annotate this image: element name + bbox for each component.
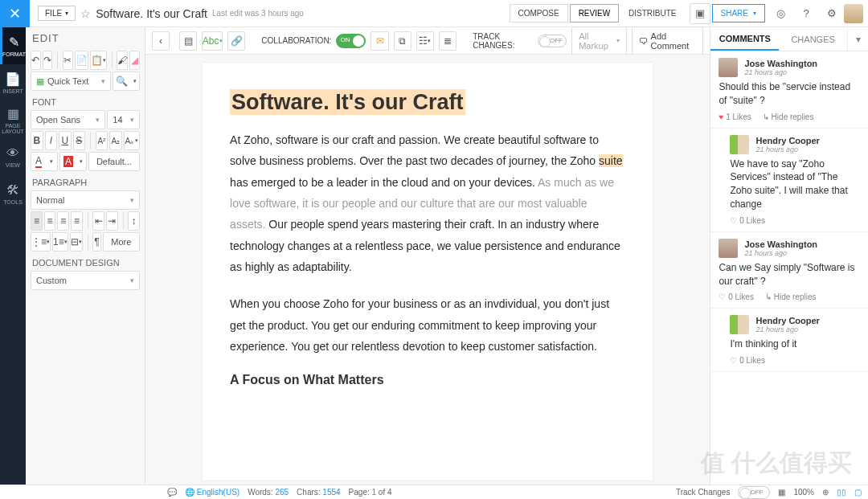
multilevel-list-button[interactable]: ⊟▾	[70, 232, 83, 252]
hide-replies-button[interactable]: ↳ Hide replies	[765, 292, 817, 301]
like-button[interactable]: ♡ 0 Likes	[719, 292, 753, 301]
filter-icon[interactable]: ▾	[847, 27, 868, 51]
default-style-button[interactable]: Default...	[88, 152, 140, 171]
comment-item[interactable]: Hendry Cooper21 hours agoWe have to say …	[710, 129, 868, 232]
ribbon-expand-icon[interactable]: ‹	[152, 31, 170, 51]
design-select[interactable]: Custom▾	[31, 271, 140, 290]
italic-button[interactable]: I	[45, 131, 58, 150]
rail-format[interactable]: ✎FORMAT	[0, 27, 26, 64]
user-avatar[interactable]	[844, 4, 863, 23]
highlight-color-button[interactable]: A▾	[59, 152, 87, 171]
chat-icon[interactable]: 💬	[167, 488, 177, 497]
comment-item[interactable]: Jose Washington21 hours agoShould this b…	[710, 51, 868, 129]
paragraph-style-select[interactable]: Normal▾	[31, 190, 140, 210]
copy-button[interactable]: 📄	[75, 51, 88, 70]
app-logo[interactable]: ✕	[0, 0, 30, 27]
doc-heading[interactable]: Software. It's our Craft	[230, 90, 625, 115]
status-bar: 💬 🌐 English(US) Words: 265 Chars: 1554 P…	[0, 485, 868, 499]
align-right-button[interactable]: ≡	[57, 211, 69, 231]
ribbon-toc-icon[interactable]: ▤	[179, 31, 197, 51]
location-icon[interactable]: ◎	[770, 3, 791, 24]
superscript-button[interactable]: A²	[96, 131, 108, 150]
comment-time: 21 hours ago	[755, 325, 819, 333]
zoom-in-icon[interactable]: ⊕	[822, 488, 829, 497]
presence-icon[interactable]: ▣	[690, 3, 710, 24]
ribbon-list-icon[interactable]: ☷▾	[416, 31, 434, 51]
layout-icon: ▦	[7, 106, 19, 121]
compose-tab[interactable]: COMPOSE	[510, 4, 568, 22]
zoom-level[interactable]: 100%	[793, 488, 814, 497]
review-tab[interactable]: REVIEW	[570, 4, 619, 22]
tab-changes[interactable]: CHANGES	[779, 27, 847, 51]
number-list-button[interactable]: 1≡▾	[52, 232, 68, 252]
view-grid-icon[interactable]: ▦	[778, 488, 785, 497]
redo-button[interactable]: ↷	[43, 51, 53, 70]
char-count[interactable]: Chars: 1554	[297, 488, 340, 497]
outdent-button[interactable]: ⇤	[92, 211, 104, 231]
format-painter-button[interactable]: 🖌	[117, 51, 128, 70]
quick-text-dropdown[interactable]: ▦Quick Text▾	[31, 72, 111, 91]
like-button[interactable]: ♡ 0 Likes	[730, 356, 764, 365]
language-button[interactable]: 🌐 English(US)	[185, 488, 240, 497]
rail-page-layout[interactable]: ▦PAGE LAYOUT	[0, 101, 26, 138]
like-button[interactable]: ♡ 0 Likes	[730, 216, 764, 225]
bullet-list-button[interactable]: ⋮≡▾	[31, 232, 51, 252]
page-indicator[interactable]: Page: 1 of 4	[349, 488, 392, 497]
find-button[interactable]: 🔍▾	[113, 72, 140, 91]
star-icon[interactable]: ☆	[80, 7, 91, 20]
font-family-select[interactable]: Open Sans▾	[31, 110, 105, 129]
undo-button[interactable]: ↶	[31, 51, 41, 70]
doc-subheading[interactable]: A Focus on What Matters	[230, 373, 625, 387]
align-left-button[interactable]: ≡	[31, 211, 43, 231]
document-canvas[interactable]: Software. It's our Craft At Zoho, softwa…	[145, 55, 710, 485]
align-center-button[interactable]: ≡	[44, 211, 56, 231]
strikethrough-button[interactable]: S	[73, 131, 86, 150]
markup-select[interactable]: All Markup▾	[571, 27, 626, 55]
add-comment-button[interactable]: 🗨Add Comment	[632, 27, 704, 55]
case-button[interactable]: Aₐ▾	[124, 131, 140, 150]
edit-sidebar: EDIT ↶ ↷ ✂ 📄 📋▾ 🖌 ◢ ▦Quick Text▾ 🔍▾ FONT…	[26, 27, 145, 485]
paste-button[interactable]: 📋▾	[90, 51, 107, 70]
document-title[interactable]: Software. It's our Craft	[96, 7, 207, 20]
font-color-button[interactable]: A▾	[31, 152, 58, 171]
view-full-icon[interactable]: ▢	[854, 488, 862, 497]
doc-paragraph-2[interactable]: When you choose Zoho for your business o…	[230, 293, 625, 357]
spellcheck-button[interactable]: Abc▾	[202, 31, 223, 51]
status-track-toggle[interactable]: OFF	[738, 486, 770, 499]
eraser-button[interactable]: ◢	[129, 51, 140, 70]
rail-insert[interactable]: 📄INSERT	[0, 64, 26, 101]
ribbon-lines-icon[interactable]: ≣	[439, 31, 457, 51]
distribute-tab[interactable]: DISTRIBUTE	[620, 5, 684, 22]
settings-icon[interactable]: ⚙	[821, 3, 842, 24]
collaboration-toggle[interactable]	[336, 34, 366, 48]
cut-button[interactable]: ✂	[63, 51, 73, 70]
more-paragraph-button[interactable]: More	[103, 232, 140, 252]
view-page-icon[interactable]: ▯▯	[837, 488, 846, 497]
subscript-button[interactable]: A₂	[109, 131, 122, 150]
ribbon-screens-icon[interactable]: ⧉	[394, 31, 411, 51]
line-spacing-button[interactable]: ↕	[128, 211, 140, 231]
rail-tools[interactable]: 🛠TOOLS	[0, 175, 26, 212]
help-icon[interactable]: ?	[796, 3, 817, 24]
edit-title: EDIT	[31, 27, 140, 49]
bold-button[interactable]: B	[31, 131, 43, 150]
doc-paragraph-1[interactable]: At Zoho, software is our craft and passi…	[230, 129, 625, 277]
underline-button[interactable]: U	[59, 131, 72, 150]
comment-item[interactable]: Jose Washington21 hours agoCan we Say si…	[710, 232, 868, 309]
word-count[interactable]: Words: 265	[248, 488, 289, 497]
ribbon-link-icon[interactable]: 🔗	[227, 31, 245, 51]
document-page[interactable]: Software. It's our Craft At Zoho, softwa…	[203, 63, 653, 481]
mail-icon[interactable]: ✉	[371, 31, 388, 51]
track-changes-toggle[interactable]: OFF	[538, 35, 567, 47]
hide-replies-button[interactable]: ↳ Hide replies	[763, 112, 814, 121]
file-menu[interactable]: FILE▾	[38, 6, 76, 21]
rail-view[interactable]: 👁VIEW	[0, 138, 26, 175]
comment-item[interactable]: Hendry Cooper21 hours agoI'm thinking of…	[710, 309, 868, 372]
like-button[interactable]: ♥ 1 Likes	[719, 112, 751, 121]
paragraph-mark-button[interactable]: ¶	[92, 232, 101, 252]
indent-button[interactable]: ⇥	[106, 211, 118, 231]
font-size-select[interactable]: 14▾	[107, 110, 139, 129]
tab-comments[interactable]: COMMENTS	[710, 27, 779, 51]
align-justify-button[interactable]: ≡	[71, 211, 83, 231]
share-button[interactable]: SHARE▾	[712, 4, 765, 22]
